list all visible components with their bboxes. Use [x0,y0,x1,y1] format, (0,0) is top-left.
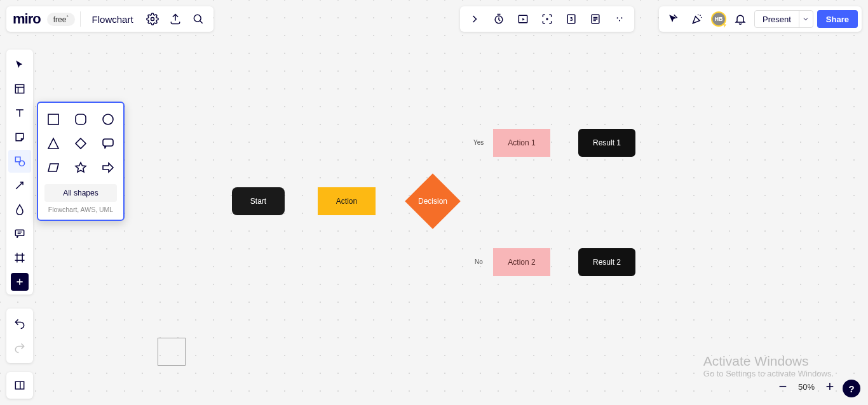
watermark-subtitle: Go to Settings to activate Windows. [703,369,834,378]
user-avatar[interactable]: HB [711,11,726,27]
shape-parallelogram[interactable] [44,159,62,176]
tool-text[interactable] [8,102,31,124]
tool-connection-line[interactable] [8,174,31,197]
node-start[interactable]: Start [232,187,285,215]
undo-button[interactable] [8,312,31,335]
node-action[interactable]: Action [318,187,376,215]
svg-point-18 [619,20,620,21]
top-right-bar: HB Present Share [659,6,862,32]
zoom-in-button[interactable]: + [824,380,836,394]
notifications-button[interactable] [730,9,750,29]
plan-badge[interactable]: free° [47,13,75,26]
svg-point-9 [546,18,548,20]
node-action1-label: Action 1 [508,138,535,147]
shape-diamond[interactable] [72,135,90,152]
export-button[interactable] [165,9,186,29]
node-result2[interactable]: Result 2 [578,248,635,276]
svg-rect-26 [15,157,20,162]
timer-icon [492,13,505,25]
top-center-bar: 3 [460,6,634,32]
present-chevron[interactable] [799,11,813,27]
node-action2[interactable]: Action 2 [493,248,550,276]
node-result2-label: Result 2 [593,258,621,267]
shape-rounded-rectangle[interactable] [72,110,90,128]
board-name[interactable]: Flowchart [86,14,140,25]
gear-icon [146,13,159,25]
svg-point-16 [617,17,618,18]
shape-arrow-right[interactable] [99,159,117,176]
plan-badge-label: free [53,15,67,24]
notes-button[interactable] [585,9,606,29]
node-action1[interactable]: Action 1 [493,129,550,157]
more-apps-button[interactable] [609,9,630,29]
reactions-button[interactable] [687,9,707,29]
svg-rect-23 [15,84,24,93]
shape-rectangle[interactable] [44,110,62,128]
settings-button[interactable] [142,9,163,29]
node-result1[interactable]: Result 1 [578,129,635,157]
chevron-down-icon [802,15,810,23]
all-shapes-button[interactable]: All shapes [44,184,117,202]
svg-rect-43 [103,139,113,146]
tool-sticky-note[interactable] [8,126,31,149]
bell-icon [734,13,747,25]
svg-point-21 [701,17,702,18]
zoom-out-button[interactable]: − [776,380,789,394]
undo-redo-bar [6,309,33,363]
text-icon [13,107,26,119]
tool-frame[interactable] [8,246,31,269]
star-icon [74,161,87,174]
tool-pen[interactable] [8,198,31,221]
pen-icon [13,203,26,216]
present-label: Present [755,11,799,27]
cursor-hide-icon [667,13,679,25]
voting-button[interactable]: 3 [560,9,582,29]
plus-icon [15,277,25,287]
shape-speech-bubble[interactable] [99,135,117,152]
sticky-icon [13,131,26,143]
cursor-icon [13,58,26,71]
miro-logo[interactable]: miro [11,11,44,27]
svg-point-17 [621,17,622,18]
shapes-icon [13,155,26,168]
help-button[interactable]: ? [843,380,860,397]
share-button[interactable]: Share [817,10,858,28]
redo-icon [13,342,26,354]
zoom-level[interactable]: 50% [798,382,815,392]
search-icon [192,13,205,25]
search-button[interactable] [188,9,208,29]
zoom-bar: − 50% + [776,380,836,394]
undo-icon [13,317,26,330]
panel-icon [13,379,26,392]
comment-icon [13,227,26,240]
collapse-button[interactable] [464,9,485,29]
shape-triangle[interactable] [44,135,62,152]
timer-button[interactable] [488,9,510,29]
svg-line-6 [200,21,202,23]
present-button[interactable]: Present [754,10,813,28]
minimap-toggle[interactable] [6,372,33,399]
frame-play-icon [517,13,529,25]
chevron-right-icon [468,13,481,25]
redo-button[interactable] [8,336,31,359]
tool-shapes[interactable] [8,150,31,173]
tool-more[interactable] [11,273,29,291]
shape-star[interactable] [72,159,90,176]
tool-templates[interactable] [8,77,31,100]
svg-text:3: 3 [570,16,573,22]
attention-button[interactable] [536,9,558,29]
tool-select[interactable] [8,53,31,76]
parallelogram-icon [47,161,60,174]
hide-collab-cursors-button[interactable] [663,9,683,29]
node-decision-label: Decision [418,197,447,206]
hide-frames-button[interactable] [512,9,534,29]
party-icon [691,13,703,25]
svg-point-20 [700,15,701,16]
separator [80,11,81,27]
svg-point-22 [698,15,699,16]
shape-circle[interactable] [99,110,117,128]
drawn-rectangle-shape[interactable] [158,338,186,366]
arrow-icon [13,179,26,192]
tool-comment[interactable] [8,222,31,245]
export-icon [169,13,182,25]
